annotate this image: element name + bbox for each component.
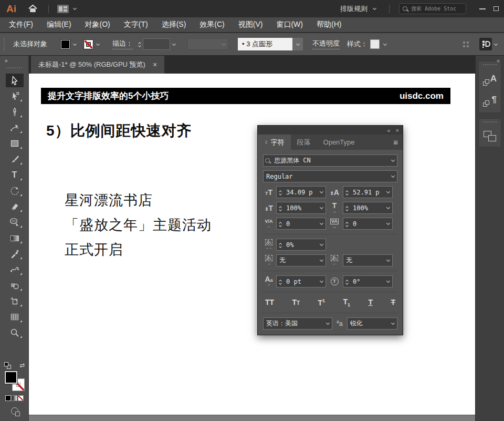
language-value[interactable]: 英语：美国 bbox=[264, 319, 324, 328]
font-family-combo[interactable]: 思源黑体 CN bbox=[263, 155, 397, 167]
opacity-label[interactable]: 不透明度 bbox=[312, 39, 340, 49]
menu-object[interactable]: 对象(O) bbox=[78, 17, 117, 32]
workspace-switcher-button[interactable] bbox=[479, 38, 492, 50]
drawing-mode-button[interactable] bbox=[11, 407, 18, 415]
vertical-scale-value[interactable]: 100% bbox=[284, 204, 318, 212]
curvature-tool[interactable] bbox=[6, 121, 24, 135]
rectangle-tool[interactable] bbox=[6, 137, 24, 150]
stroke-dropdown[interactable] bbox=[94, 44, 102, 45]
tab-close-icon[interactable]: × bbox=[153, 60, 157, 69]
style-dropdown[interactable] bbox=[381, 44, 389, 45]
type-tool[interactable]: T bbox=[6, 168, 24, 182]
toolbar-grip[interactable] bbox=[6, 67, 22, 68]
style-control[interactable] bbox=[370, 39, 389, 49]
artboards-panel-button[interactable] bbox=[484, 131, 496, 141]
workspace-preset-dropdown[interactable] bbox=[371, 8, 379, 9]
eyedropper-tool[interactable] bbox=[6, 247, 24, 261]
insert-space-left-combo[interactable]: 无 bbox=[276, 254, 326, 266]
panel-collapse-icon[interactable]: « bbox=[387, 127, 390, 134]
pen-tool[interactable] bbox=[6, 105, 24, 119]
language-combo[interactable]: 英语：美国 bbox=[263, 317, 332, 330]
proportional-spacing-combo[interactable]: 0% bbox=[276, 239, 326, 251]
font-style-value[interactable]: Regular bbox=[264, 173, 389, 180]
selection-tool[interactable] bbox=[6, 74, 24, 87]
brush-definition-value[interactable]: • 3 点圆形 bbox=[238, 38, 292, 50]
kerning-combo[interactable]: 0 bbox=[276, 218, 326, 230]
paragraph-styles-panel-button[interactable]: ¶ bbox=[482, 95, 497, 107]
font-style-combo[interactable]: Regular bbox=[263, 170, 397, 182]
menu-effect[interactable]: 效果(C) bbox=[193, 17, 231, 32]
canvas-artboard[interactable]: 提升文字排版效率的5个小技巧 uisdc.com 5）比例间距快速对齐 星河漂流… bbox=[29, 74, 475, 421]
proportional-spacing-value[interactable]: 0% bbox=[284, 241, 318, 249]
font-size-combo[interactable]: 34.09 p bbox=[276, 186, 326, 198]
default-fill-stroke-button[interactable] bbox=[4, 362, 11, 369]
menu-select[interactable]: 选择(S) bbox=[155, 17, 193, 32]
fill-stroke-indicator[interactable] bbox=[5, 371, 25, 391]
speech-select-tool[interactable] bbox=[6, 215, 24, 229]
panel-group-grip[interactable] bbox=[483, 64, 497, 65]
brush-definition-combo[interactable]: • 3 点圆形 bbox=[238, 38, 303, 50]
vertical-scale-combo[interactable]: 100% bbox=[276, 202, 326, 214]
font-family-dropdown[interactable] bbox=[389, 160, 397, 161]
maximize-button[interactable] bbox=[489, 4, 503, 14]
tracking-value[interactable]: 0 bbox=[350, 220, 384, 228]
shape-builder-tool[interactable] bbox=[6, 279, 24, 292]
style-swatch[interactable] bbox=[370, 39, 380, 49]
paintbrush-tool[interactable] bbox=[6, 152, 24, 166]
gradient-tool[interactable] bbox=[6, 231, 24, 245]
menu-view[interactable]: 视图(V) bbox=[232, 17, 270, 32]
subscript-button[interactable]: T1 bbox=[343, 297, 351, 307]
font-size-value[interactable]: 34.09 p bbox=[284, 189, 318, 196]
font-size-dropdown[interactable] bbox=[318, 191, 326, 193]
tab-paragraph[interactable]: 段落 bbox=[291, 135, 317, 150]
insert-space-right-combo[interactable]: 无 bbox=[343, 254, 393, 266]
arrange-dropdown[interactable] bbox=[71, 8, 79, 9]
zoom-tool[interactable] bbox=[6, 326, 24, 340]
touch-grid-icon[interactable] bbox=[463, 42, 469, 47]
options-bar-grip[interactable] bbox=[4, 38, 6, 50]
superscript-button[interactable]: T1 bbox=[318, 298, 326, 307]
baseline-shift-combo[interactable]: 0 pt bbox=[276, 275, 326, 287]
antialias-value[interactable]: 锐化 bbox=[348, 319, 389, 328]
eraser-tool[interactable] bbox=[6, 200, 24, 213]
panel-menu-icon[interactable]: ≡ bbox=[393, 135, 403, 150]
stroke-weight-stepper[interactable] bbox=[136, 42, 143, 47]
stroke-color-control[interactable] bbox=[84, 40, 102, 49]
direct-selection-tool[interactable] bbox=[6, 89, 24, 103]
tab-opentype[interactable]: OpenType bbox=[317, 135, 361, 150]
horizontal-scale-value[interactable]: 100% bbox=[350, 204, 384, 212]
small-caps-button[interactable]: TT bbox=[292, 298, 300, 306]
artboard-tool[interactable] bbox=[6, 294, 24, 308]
fill-color-control[interactable] bbox=[61, 40, 79, 49]
rotate-tool[interactable] bbox=[6, 184, 24, 198]
strikethrough-button[interactable]: T bbox=[391, 298, 395, 306]
color-button[interactable] bbox=[5, 395, 11, 401]
fill-swatch[interactable] bbox=[61, 40, 70, 49]
insert-space-left-value[interactable]: 无 bbox=[277, 256, 318, 265]
stock-search-box[interactable] bbox=[399, 3, 466, 14]
tracking-combo[interactable]: 0 bbox=[343, 218, 393, 230]
home-button[interactable] bbox=[28, 4, 38, 13]
insert-space-right-value[interactable]: 无 bbox=[343, 256, 384, 265]
leading-stepper[interactable] bbox=[343, 190, 350, 195]
panel-group-grip[interactable] bbox=[483, 121, 497, 122]
all-caps-button[interactable]: TT bbox=[265, 298, 274, 306]
menu-help[interactable]: 帮助(H) bbox=[310, 17, 348, 32]
fill-dropdown[interactable] bbox=[71, 44, 79, 45]
stroke-weight-field[interactable] bbox=[143, 38, 170, 50]
character-rotation-value[interactable]: 0° bbox=[350, 278, 384, 285]
font-style-dropdown[interactable] bbox=[389, 176, 397, 177]
leading-combo[interactable]: 52.91 p bbox=[343, 186, 393, 198]
workspace-switcher-dropdown[interactable] bbox=[492, 44, 500, 45]
leading-value[interactable]: 52.91 p bbox=[350, 189, 384, 196]
arrange-documents-button[interactable] bbox=[57, 5, 69, 13]
dock-collapse-button[interactable]: « bbox=[497, 57, 500, 64]
character-rotation-combo[interactable]: 0° bbox=[343, 275, 393, 287]
fill-indicator[interactable] bbox=[5, 371, 17, 384]
panel-close-icon[interactable]: × bbox=[396, 127, 399, 134]
underline-button[interactable]: T bbox=[368, 298, 373, 306]
minimize-button[interactable] bbox=[476, 4, 489, 14]
none-button[interactable] bbox=[18, 395, 24, 401]
tab-character[interactable]: ⇕ 字符 bbox=[258, 135, 291, 150]
gradient-button[interactable] bbox=[12, 395, 17, 401]
